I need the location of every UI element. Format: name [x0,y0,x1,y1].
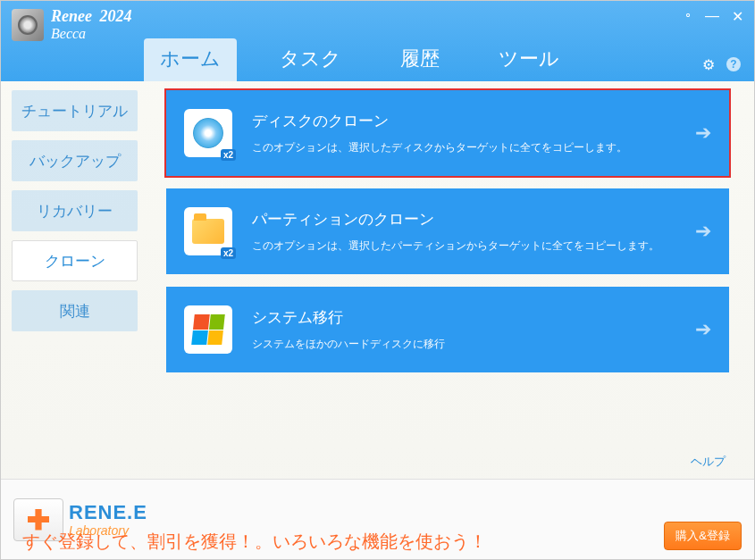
help-link[interactable]: ヘルプ [691,454,726,470]
arrow-right-icon: ➔ [695,318,711,341]
card-title: システム移行 [252,307,675,328]
nav-tabs: ホーム タスク 履歴 ツール [144,38,575,81]
header-icons [700,56,742,72]
arrow-right-icon: ➔ [695,220,711,243]
card-text: パーティションのクローン このオプションは、選択したパーティションからターゲット… [252,209,675,254]
tab-history[interactable]: 履歴 [384,38,456,81]
windows-icon [184,305,232,354]
tab-home[interactable]: ホーム [144,38,237,81]
brand-sub: Becca [51,26,131,42]
sidebar-item-recovery[interactable]: リカバリー [12,190,138,231]
main-panel: x2 ディスクのクローン このオプションは、選択したディスクからターゲットに全て… [148,81,754,479]
buy-register-button[interactable]: 購入&登録 [664,522,742,550]
tab-tool[interactable]: ツール [482,38,575,81]
option-system-migrate[interactable]: システム移行 システムをほかのハードディスクに移行 ➔ [166,287,729,372]
help-icon[interactable] [726,56,742,72]
pin-icon[interactable] [684,8,692,25]
header: Renee 2024 Becca — ✕ ホーム タスク 履歴 ツール [1,1,754,81]
brand-text: Renee 2024 Becca [51,8,131,41]
promo-text: すぐ登録して、割引を獲得！。いろいろな機能を使おう！ [22,530,487,554]
option-disk-clone[interactable]: x2 ディスクのクローン このオプションは、選択したディスクからターゲットに全て… [166,90,729,176]
logo-area: Renee 2024 Becca [12,8,131,41]
footer: RENE.E Laboratory すぐ登録して、割引を獲得！。いろいろな機能を… [1,479,754,559]
badge-x2: x2 [221,149,236,161]
footer-brand-name: RENE.E [69,503,147,522]
card-desc: このオプションは、選択したパーティションからターゲットに全てをコピーします。 [252,238,675,254]
gear-icon[interactable] [700,56,717,72]
folder-icon: x2 [184,207,232,255]
sidebar-item-backup[interactable]: バックアップ [12,140,138,181]
sidebar-item-clone[interactable]: クローン [12,240,138,281]
card-desc: このオプションは、選択したディスクからターゲットに全てをコピーします。 [252,140,675,155]
option-partition-clone[interactable]: x2 パーティションのクローン このオプションは、選択したパーティションからター… [166,188,729,274]
disk-icon: x2 [184,109,232,157]
brand-year: 2024 [99,7,131,25]
tab-task[interactable]: タスク [264,38,357,81]
sidebar-item-related[interactable]: 関連 [12,290,138,331]
arrow-right-icon: ➔ [695,121,711,145]
card-desc: システムをほかのハードディスクに移行 [252,337,675,352]
card-text: システム移行 システムをほかのハードディスクに移行 [252,307,675,352]
brand-name: Renee [51,7,92,25]
card-title: パーティションのクローン [252,209,675,230]
window-controls: — ✕ [684,8,743,25]
app-window: Renee 2024 Becca — ✕ ホーム タスク 履歴 ツール チュート… [0,0,755,560]
close-button[interactable]: ✕ [732,8,743,25]
badge-x2: x2 [221,247,236,259]
card-title: ディスクのクローン [252,111,675,131]
content: チュートリアル バックアップ リカバリー クローン 関連 x2 ディスクのクロー… [1,81,754,479]
card-text: ディスクのクローン このオプションは、選択したディスクからターゲットに全てをコピ… [252,111,675,155]
sidebar: チュートリアル バックアップ リカバリー クローン 関連 [1,81,148,479]
safe-icon [12,9,44,41]
sidebar-item-tutorial[interactable]: チュートリアル [12,90,138,131]
minimize-button[interactable]: — [705,8,719,25]
